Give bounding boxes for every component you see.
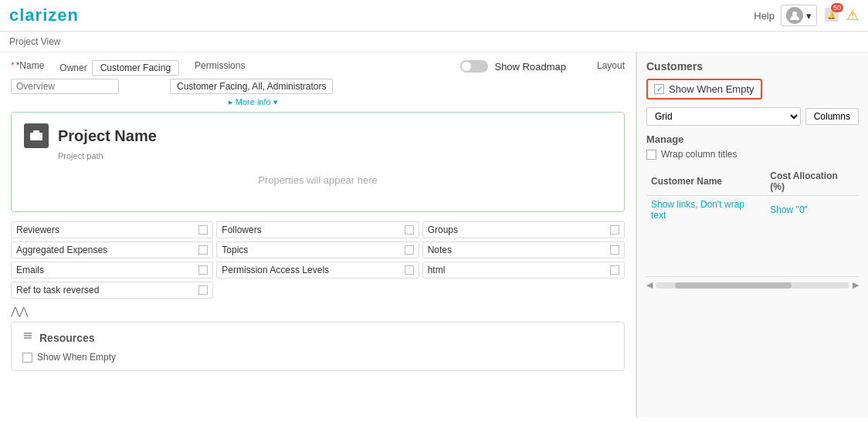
project-icon [24,123,49,148]
project-title: Project Name [58,127,157,145]
prop-checkbox[interactable] [405,245,414,255]
show-when-empty-box: Show When Empty [646,79,762,100]
permissions-label: Permissions [195,60,245,71]
project-header: Project Name [24,123,612,148]
prop-checkbox[interactable] [610,245,619,255]
form-row: *Name Owner Customer Facing Permissions … [11,60,625,76]
prop-checkbox[interactable] [610,265,619,275]
layout-button[interactable]: Layout [597,60,625,71]
resources-show-when-empty: Show When Empty [22,352,613,363]
permissions-value-wrap: Customer Facing, All, Administrators Mor… [170,79,333,107]
project-path: Project path [58,151,612,160]
prop-label: Emails [16,265,44,275]
prop-checkbox[interactable] [198,225,208,235]
name-group: *Name [11,60,44,71]
collapse-arrow[interactable]: ⋀⋀ [11,305,625,317]
wrap-titles-checkbox[interactable] [646,150,656,160]
name-input-wrap [11,79,119,94]
right-panel-title: Customers [646,60,859,73]
properties-grid: Reviewers Followers Groups Aggregated Ex… [11,221,625,299]
resources-header: Resources [22,330,613,346]
columns-button[interactable]: Columns [805,108,859,125]
view-row: Grid List Cards Columns [646,107,859,126]
prop-label: Ref to task reversed [16,285,99,295]
prop-checkbox[interactable] [405,265,414,275]
owner-label: Owner [59,62,86,73]
right-panel: Customers Show When Empty Grid List Card… [636,52,868,417]
name-input[interactable] [11,79,119,94]
notification-badge: 50 [831,3,843,12]
prop-item-reviewers[interactable]: Reviewers [11,221,213,238]
table-row: Show links, Don't wrap text Show "0" [646,196,859,225]
prop-checkbox[interactable] [198,285,208,295]
scroll-track[interactable] [656,282,849,289]
properties-placeholder: Properties will appear here [24,174,612,186]
prop-label: Notes [428,245,452,255]
prop-item-emails[interactable]: Emails [11,262,213,279]
scroll-right-arrow[interactable]: ▶ [853,280,859,290]
main-layout: *Name Owner Customer Facing Permissions … [0,52,868,417]
notifications-button[interactable]: 🔔 50 [823,6,840,25]
user-menu-button[interactable]: ▾ [781,5,817,26]
help-link[interactable]: Help [754,10,775,22]
prop-label: Reviewers [16,225,59,235]
owner-value[interactable]: Customer Facing [92,60,179,76]
prop-checkbox[interactable] [405,225,414,235]
prop-item-groups[interactable]: Groups [422,221,625,238]
prop-item-ref-to-task[interactable]: Ref to task reversed [11,282,213,299]
left-panel: *Name Owner Customer Facing Permissions … [0,52,636,417]
view-select[interactable]: Grid List Cards [646,107,801,126]
avatar [786,7,803,24]
permissions-group: Permissions [195,60,245,71]
logo: clarizen [9,5,79,25]
scroll-thumb [675,282,792,289]
prop-label: html [428,265,446,275]
horizontal-scrollbar: ◀ ▶ [646,276,859,290]
customer-name-link[interactable]: Show links, Don't wrap text [646,196,765,225]
prop-checkbox[interactable] [610,225,619,235]
chevron-down-icon: ▾ [806,10,812,22]
prop-label: Permission Access Levels [222,265,329,275]
show-when-empty-checkbox[interactable] [654,84,664,94]
svg-rect-4 [33,130,39,133]
breadcrumb: Project View [0,32,868,52]
section-divider-icon [22,330,33,341]
prop-item-permission-access-levels[interactable]: Permission Access Levels [216,262,419,279]
prop-checkbox[interactable] [198,245,208,255]
show-roadmap-toggle[interactable] [460,60,488,73]
customers-table: Customer Name Cost Allocation (%) Show l… [646,167,859,224]
resources-show-when-empty-label: Show When Empty [37,352,116,363]
prop-item-topics[interactable]: Topics [216,241,419,258]
header: clarizen Help ▾ 🔔 50 ⚠ [0,0,868,32]
resources-section: Resources Show When Empty [11,322,625,371]
manage-title: Manage [646,133,859,145]
wrap-titles-label: Wrap column titles [661,149,737,160]
svg-rect-3 [30,133,42,140]
permissions-value[interactable]: Customer Facing, All, Administrators [170,79,333,94]
header-right: Help ▾ 🔔 50 ⚠ [754,5,859,26]
prop-item-notes[interactable]: Notes [422,241,625,258]
prop-item-followers[interactable]: Followers [216,221,419,238]
show-roadmap-group: Show Roadmap [460,60,566,73]
form-row-2: Customer Facing, All, Administrators Mor… [11,79,625,107]
resources-show-when-empty-checkbox[interactable] [22,353,32,363]
prop-label: Aggregated Expenses [16,245,107,255]
name-label: *Name [11,60,44,71]
more-info-link[interactable]: More info [229,97,278,106]
prop-item-html[interactable]: html [422,262,625,279]
manage-section: Manage Wrap column titles [646,133,859,160]
warning-icon[interactable]: ⚠ [846,7,859,24]
show-when-empty-label: Show When Empty [669,83,754,95]
owner-group: Owner Customer Facing [59,60,179,76]
prop-label: Topics [222,245,248,255]
project-card: Project Name Project path Properties wil… [11,112,625,212]
show-roadmap-label: Show Roadmap [494,61,566,73]
prop-item-aggregated-expenses[interactable]: Aggregated Expenses [11,241,213,258]
cost-allocation-link[interactable]: Show "0" [765,196,859,225]
prop-checkbox[interactable] [198,265,208,275]
scroll-left-arrow[interactable]: ◀ [646,280,653,290]
prop-label: Groups [428,225,458,235]
prop-label: Followers [222,225,261,235]
resources-title: Resources [39,332,95,344]
col-cost-allocation: Cost Allocation (%) [765,167,859,196]
